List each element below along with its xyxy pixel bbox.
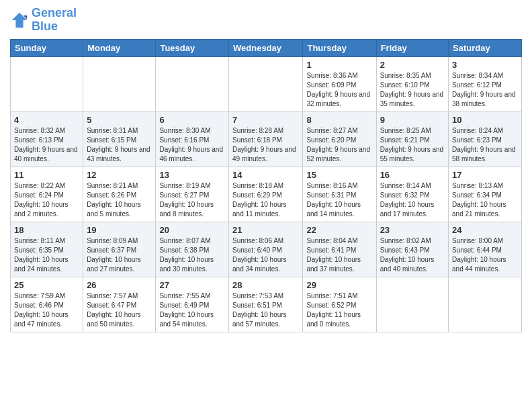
logo: General Blue: [10, 7, 77, 34]
calendar-cell: [229, 56, 303, 111]
header: General Blue: [10, 7, 522, 34]
day-info: Sunrise: 8:34 AM Sunset: 6:12 PM Dayligh…: [452, 71, 518, 109]
calendar-week-4: 25Sunrise: 7:59 AM Sunset: 6:46 PM Dayli…: [11, 277, 522, 332]
day-info: Sunrise: 8:32 AM Sunset: 6:13 PM Dayligh…: [14, 126, 79, 164]
calendar-cell: 25Sunrise: 7:59 AM Sunset: 6:46 PM Dayli…: [11, 277, 83, 332]
day-header-wednesday: Wednesday: [229, 39, 303, 56]
calendar-cell: 9Sunrise: 8:25 AM Sunset: 6:21 PM Daylig…: [376, 111, 448, 167]
day-number: 19: [87, 225, 152, 235]
calendar-cell: 7Sunrise: 8:28 AM Sunset: 6:18 PM Daylig…: [229, 111, 303, 167]
calendar-cell: [449, 277, 522, 332]
day-header-sunday: Sunday: [11, 39, 83, 56]
day-number: 23: [380, 225, 445, 235]
day-number: 20: [159, 225, 225, 235]
day-info: Sunrise: 8:11 AM Sunset: 6:35 PM Dayligh…: [14, 236, 79, 274]
day-number: 11: [14, 170, 79, 180]
day-info: Sunrise: 8:07 AM Sunset: 6:38 PM Dayligh…: [159, 236, 225, 274]
calendar-week-2: 11Sunrise: 8:22 AM Sunset: 6:24 PM Dayli…: [11, 167, 522, 222]
day-number: 15: [306, 170, 372, 180]
day-info: Sunrise: 7:59 AM Sunset: 6:46 PM Dayligh…: [14, 291, 79, 329]
calendar-cell: 20Sunrise: 8:07 AM Sunset: 6:38 PM Dayli…: [156, 222, 229, 277]
calendar-cell: [376, 277, 448, 332]
calendar-cell: 29Sunrise: 7:51 AM Sunset: 6:52 PM Dayli…: [303, 277, 376, 332]
day-info: Sunrise: 8:04 AM Sunset: 6:41 PM Dayligh…: [306, 236, 372, 274]
day-info: Sunrise: 8:06 AM Sunset: 6:40 PM Dayligh…: [232, 236, 299, 274]
calendar-week-3: 18Sunrise: 8:11 AM Sunset: 6:35 PM Dayli…: [11, 222, 522, 277]
calendar-week-0: 1Sunrise: 8:36 AM Sunset: 6:09 PM Daylig…: [11, 56, 522, 111]
day-number: 29: [306, 280, 372, 290]
day-info: Sunrise: 8:36 AM Sunset: 6:09 PM Dayligh…: [306, 71, 372, 109]
day-info: Sunrise: 8:14 AM Sunset: 6:32 PM Dayligh…: [380, 181, 445, 219]
calendar-cell: 4Sunrise: 8:32 AM Sunset: 6:13 PM Daylig…: [11, 111, 83, 167]
day-info: Sunrise: 8:30 AM Sunset: 6:16 PM Dayligh…: [159, 126, 225, 164]
day-info: Sunrise: 7:57 AM Sunset: 6:47 PM Dayligh…: [87, 291, 152, 329]
day-header-friday: Friday: [376, 39, 448, 56]
day-number: 18: [14, 225, 79, 235]
calendar-cell: 19Sunrise: 8:09 AM Sunset: 6:37 PM Dayli…: [83, 222, 156, 277]
day-number: 25: [14, 280, 79, 290]
day-info: Sunrise: 8:16 AM Sunset: 6:31 PM Dayligh…: [306, 181, 372, 219]
day-info: Sunrise: 8:28 AM Sunset: 6:18 PM Dayligh…: [232, 126, 299, 164]
day-number: 22: [306, 225, 372, 235]
calendar-cell: 21Sunrise: 8:06 AM Sunset: 6:40 PM Dayli…: [229, 222, 303, 277]
day-info: Sunrise: 8:00 AM Sunset: 6:44 PM Dayligh…: [452, 236, 518, 274]
calendar-cell: 28Sunrise: 7:53 AM Sunset: 6:51 PM Dayli…: [229, 277, 303, 332]
day-number: 9: [380, 115, 445, 125]
day-info: Sunrise: 8:24 AM Sunset: 6:23 PM Dayligh…: [452, 126, 518, 164]
day-number: 21: [232, 225, 299, 235]
calendar-cell: 22Sunrise: 8:04 AM Sunset: 6:41 PM Dayli…: [303, 222, 376, 277]
day-number: 4: [14, 115, 79, 125]
calendar-cell: [83, 56, 156, 111]
day-number: 5: [87, 115, 152, 125]
calendar-table: SundayMondayTuesdayWednesdayThursdayFrid…: [10, 39, 522, 332]
day-number: 7: [232, 115, 299, 125]
day-info: Sunrise: 8:21 AM Sunset: 6:26 PM Dayligh…: [87, 181, 152, 219]
calendar-cell: 5Sunrise: 8:31 AM Sunset: 6:15 PM Daylig…: [83, 111, 156, 167]
day-header-tuesday: Tuesday: [156, 39, 229, 56]
day-number: 26: [87, 280, 152, 290]
day-number: 1: [306, 60, 372, 70]
calendar-cell: 15Sunrise: 8:16 AM Sunset: 6:31 PM Dayli…: [303, 167, 376, 222]
day-number: 12: [87, 170, 152, 180]
calendar-cell: [11, 56, 83, 111]
day-number: 24: [452, 225, 518, 235]
day-info: Sunrise: 8:22 AM Sunset: 6:24 PM Dayligh…: [14, 181, 79, 219]
day-info: Sunrise: 7:55 AM Sunset: 6:49 PM Dayligh…: [159, 291, 225, 329]
day-number: 27: [159, 280, 225, 290]
day-info: Sunrise: 8:35 AM Sunset: 6:10 PM Dayligh…: [380, 71, 445, 109]
day-number: 8: [306, 115, 372, 125]
calendar-cell: 10Sunrise: 8:24 AM Sunset: 6:23 PM Dayli…: [449, 111, 522, 167]
calendar-cell: 23Sunrise: 8:02 AM Sunset: 6:43 PM Dayli…: [376, 222, 448, 277]
calendar-header-row: SundayMondayTuesdayWednesdayThursdayFrid…: [11, 39, 522, 56]
calendar-cell: 8Sunrise: 8:27 AM Sunset: 6:20 PM Daylig…: [303, 111, 376, 167]
calendar-cell: 17Sunrise: 8:13 AM Sunset: 6:34 PM Dayli…: [449, 167, 522, 222]
day-info: Sunrise: 8:18 AM Sunset: 6:29 PM Dayligh…: [232, 181, 299, 219]
day-header-monday: Monday: [83, 39, 156, 56]
day-info: Sunrise: 8:09 AM Sunset: 6:37 PM Dayligh…: [87, 236, 152, 274]
day-info: Sunrise: 8:27 AM Sunset: 6:20 PM Dayligh…: [306, 126, 372, 164]
day-number: 28: [232, 280, 299, 290]
day-info: Sunrise: 8:13 AM Sunset: 6:34 PM Dayligh…: [452, 181, 518, 219]
day-number: 16: [380, 170, 445, 180]
day-number: 13: [159, 170, 225, 180]
day-header-saturday: Saturday: [449, 39, 522, 56]
day-number: 3: [452, 60, 518, 70]
calendar-cell: 27Sunrise: 7:55 AM Sunset: 6:49 PM Dayli…: [156, 277, 229, 332]
logo-text: General Blue: [32, 7, 77, 34]
calendar-cell: 2Sunrise: 8:35 AM Sunset: 6:10 PM Daylig…: [376, 56, 448, 111]
calendar-cell: 14Sunrise: 8:18 AM Sunset: 6:29 PM Dayli…: [229, 167, 303, 222]
day-header-thursday: Thursday: [303, 39, 376, 56]
day-number: 2: [380, 60, 445, 70]
svg-marker-0: [12, 13, 27, 28]
page: General Blue SundayMondayTuesdayWednesda…: [0, 0, 532, 411]
day-info: Sunrise: 7:53 AM Sunset: 6:51 PM Dayligh…: [232, 291, 299, 329]
calendar-cell: 18Sunrise: 8:11 AM Sunset: 6:35 PM Dayli…: [11, 222, 83, 277]
day-info: Sunrise: 8:31 AM Sunset: 6:15 PM Dayligh…: [87, 126, 152, 164]
calendar-cell: 6Sunrise: 8:30 AM Sunset: 6:16 PM Daylig…: [156, 111, 229, 167]
day-info: Sunrise: 8:19 AM Sunset: 6:27 PM Dayligh…: [159, 181, 225, 219]
calendar-cell: 16Sunrise: 8:14 AM Sunset: 6:32 PM Dayli…: [376, 167, 448, 222]
day-number: 14: [232, 170, 299, 180]
day-info: Sunrise: 8:25 AM Sunset: 6:21 PM Dayligh…: [380, 126, 445, 164]
day-info: Sunrise: 7:51 AM Sunset: 6:52 PM Dayligh…: [306, 291, 372, 329]
logo-icon: [10, 11, 29, 30]
